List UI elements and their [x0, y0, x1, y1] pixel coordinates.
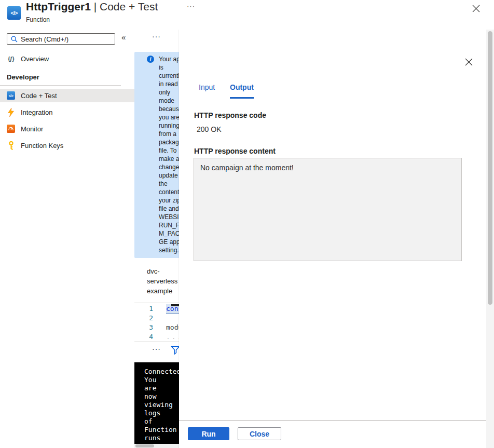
sidebar-divider — [0, 85, 121, 86]
key-icon — [7, 141, 15, 150]
line-number: 2 — [134, 314, 153, 323]
page-title: HttpTrigger1 | Code + Test — [26, 1, 158, 13]
footer-divider — [179, 420, 486, 421]
sidebar-search[interactable] — [7, 33, 115, 45]
sidebar-item-function-keys[interactable]: Function Keys — [0, 139, 134, 152]
active-tab-indicator — [230, 97, 254, 99]
page-subtitle: Function — [26, 16, 50, 23]
page-scrollbar-thumb[interactable] — [488, 31, 492, 305]
response-code-value: 200 OK — [197, 125, 221, 133]
sidebar-item-integration[interactable]: Integration — [0, 105, 134, 119]
sidebar-item-monitor[interactable]: Monitor — [0, 122, 134, 135]
code-test-icon: </> — [7, 91, 15, 100]
info-icon: i — [147, 56, 154, 63]
editor-minimap-bar — [171, 304, 180, 306]
search-input[interactable] — [21, 35, 104, 43]
tab-input[interactable]: Input — [199, 83, 215, 91]
sidebar-collapse-icon[interactable]: « — [121, 33, 126, 42]
line-number: 3 — [134, 323, 153, 332]
app-name-line: example — [147, 286, 177, 296]
sidebar-item-code-test[interactable]: </> Code + Test — [0, 89, 134, 102]
overview-icon: {ƒ} — [7, 55, 15, 63]
close-button[interactable]: Close — [238, 427, 281, 440]
app-name-line: serverless — [147, 276, 177, 286]
logs-more-icon[interactable]: ··· — [152, 345, 161, 353]
sidebar-item-label: Code + Test — [21, 92, 57, 100]
azure-function-code-test-page: </> HttpTrigger1 | Code + Test Function … — [0, 0, 494, 448]
sidebar-item-label: Monitor — [21, 125, 43, 133]
page-header: </> HttpTrigger1 | Code + Test Function … — [0, 0, 494, 30]
sidebar-item-label: Integration — [21, 108, 52, 116]
panel-close-icon[interactable] — [463, 56, 474, 67]
response-code-label: HTTP response code — [194, 111, 266, 119]
function-app-icon: </> — [7, 6, 21, 20]
monitor-gauge-icon — [7, 125, 15, 133]
tab-output[interactable]: Output — [230, 83, 254, 91]
response-content-label: HTTP response content — [194, 147, 276, 155]
line-number: 1 — [134, 304, 153, 314]
run-button[interactable]: Run — [188, 427, 229, 440]
sidebar-item-label: Overview — [21, 55, 49, 63]
line-number: 4 — [134, 332, 153, 342]
sidebar-section-developer: Developer — [7, 73, 39, 81]
page-close-icon[interactable] — [470, 3, 482, 14]
function-app-name: dvc-serverlessexample — [147, 266, 177, 296]
console-hscrollbar-thumb[interactable] — [135, 444, 154, 447]
app-name-line: dvc- — [147, 266, 177, 276]
pane-more-icon[interactable]: ··· — [152, 32, 161, 40]
title-more-icon[interactable]: ··· — [187, 2, 195, 10]
search-icon — [11, 36, 18, 43]
function-name: HttpTrigger1 — [26, 1, 91, 12]
sidebar-item-label: Function Keys — [21, 142, 63, 150]
response-content-box[interactable]: No campaign at the moment! — [194, 158, 462, 261]
test-run-panel: Input Output HTTP response code 200 OK H… — [179, 30, 486, 448]
sidebar-item-overview[interactable]: {ƒ} Overview — [0, 52, 134, 65]
lightning-bolt-icon — [7, 108, 15, 116]
page-title-suffix: | Code + Test — [91, 1, 158, 12]
